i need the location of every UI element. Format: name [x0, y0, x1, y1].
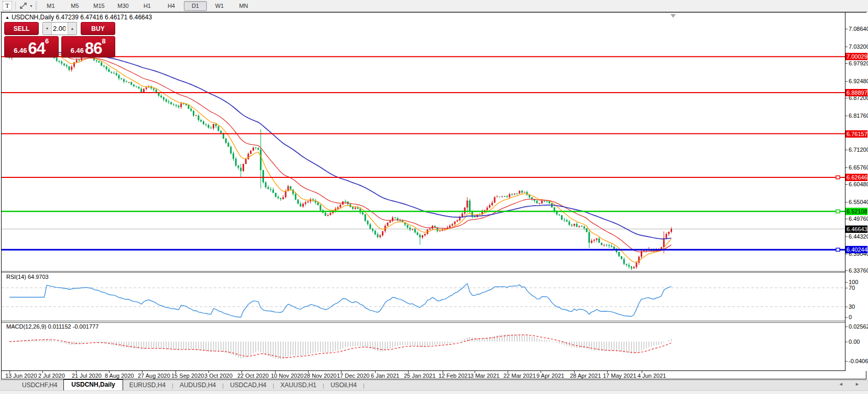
chart-canvas[interactable]: [2, 13, 845, 371]
date-label: 4 Jun 2021: [638, 373, 666, 379]
timeframe-button-m5[interactable]: M5: [63, 1, 86, 11]
status-strip: [0, 390, 868, 394]
date-label: 12 Feb 2021: [438, 373, 471, 379]
date-label: 9 Apr 2021: [536, 373, 564, 379]
candlesticks: [9, 47, 673, 271]
date-label: 15 Sep 2020: [171, 373, 204, 379]
scale-tick: [845, 81, 848, 82]
chart-tab-audusd[interactable]: AUDUSD,H4: [173, 380, 222, 390]
level-price-label: 6.62646: [845, 174, 867, 181]
rsi-scale-tick: [845, 288, 848, 288]
scale-tick-label: 6.55040: [849, 198, 868, 206]
collapse-panel-arrow-icon[interactable]: ▲: [5, 15, 9, 20]
volume-input[interactable]: [52, 22, 68, 35]
top-toolbar: T ▼ M1M5M15M30H1H4D1W1MN: [0, 0, 868, 12]
symbol-quote-header: ▲USDCNH,Daily 6.47239 6.47416 6.46171 6.…: [5, 14, 152, 21]
scale-tick: [845, 150, 848, 150]
date-label: 2 Jul 2020: [38, 373, 65, 379]
toolbar-separator: [15, 2, 16, 10]
chart-tab-usoil[interactable]: USOil,H4: [324, 380, 363, 390]
scale-tick: [845, 254, 848, 254]
macd-scale-tick: [845, 342, 848, 342]
toolbar-grip[interactable]: [35, 2, 37, 10]
scale-tick-label: 6.65760: [849, 164, 868, 171]
current-price-label: 6.46643: [845, 226, 867, 233]
chart-tab-bar: USDCHF,H4USDCNH,DailyEURUSD,H4|AUDUSD,H4…: [0, 380, 868, 390]
rsi-scale-label: 30: [849, 303, 855, 310]
date-label: 6 Jan 2021: [371, 373, 399, 379]
chart-tab-xauusd[interactable]: XAUUSD,H1: [274, 380, 323, 390]
scale-tick: [845, 63, 848, 64]
macd-pane: [9, 334, 672, 359]
text-tool-button[interactable]: T: [3, 1, 12, 10]
line-handle-icon[interactable]: [836, 210, 840, 213]
timeframe-button-w1[interactable]: W1: [208, 1, 231, 11]
scale-tick-label: 6.49760: [849, 215, 868, 222]
ma-fast-line: [9, 50, 672, 262]
sell-price-display[interactable]: 6.46 64 6: [4, 36, 59, 58]
timeframe-button-h4[interactable]: H4: [160, 1, 183, 11]
date-label: 25 Jan 2021: [404, 373, 436, 379]
price-scale[interactable]: 7.086407.032006.979206.924806.872006.817…: [845, 13, 867, 371]
date-label: 28 Apr 2021: [570, 373, 601, 379]
quote-text: USDCNH,Daily 6.47239 6.47416 6.46171 6.4…: [12, 14, 152, 21]
date-label: 28 Nov 2020: [304, 373, 336, 379]
macd-label: MACD(12,26,9) 0.011152 -0.001777: [6, 323, 98, 330]
macd-scale-tick: [845, 361, 848, 362]
date-label: 21 Jul 2020: [72, 373, 102, 379]
tab-separator: |: [363, 382, 365, 389]
rsi-pane: [2, 284, 845, 317]
scale-tick: [845, 184, 848, 185]
scale-tick-label: 7.03200: [849, 43, 868, 50]
buy-price-sup: 8: [102, 37, 106, 45]
scale-tick: [845, 29, 848, 29]
line-handle-icon[interactable]: [836, 248, 840, 251]
timeframe-button-m30[interactable]: M30: [112, 1, 135, 11]
buy-button[interactable]: BUY: [81, 22, 115, 35]
chart-shift-marker-icon[interactable]: [671, 14, 676, 18]
date-label: 3 Oct 2020: [204, 373, 233, 379]
mt4-terminal: T ▼ M1M5M15M30H1H4D1W1MN 7.086407.032006…: [0, 0, 868, 394]
macd-scale-label: 0.00: [849, 338, 860, 345]
sell-button[interactable]: SELL: [4, 22, 39, 35]
scale-tick-label: 6.92480: [849, 77, 868, 85]
date-label: 13 Jun 2020: [5, 373, 37, 379]
ma-mid-line: [9, 52, 672, 252]
rsi-scale-tick: [845, 317, 848, 318]
volume-increase-button[interactable]: ▲: [68, 22, 76, 35]
buy-price-display[interactable]: 6.46 86 8: [61, 36, 116, 58]
timeframe-button-h1[interactable]: H1: [136, 1, 159, 11]
macd-scale-label: -0.040687: [849, 357, 868, 365]
volume-decrease-button[interactable]: ▼: [43, 22, 52, 35]
timeframe-button-mn[interactable]: MN: [232, 1, 255, 11]
rsi-scale-tick: [845, 307, 848, 307]
chart-tab-eurusd[interactable]: EURUSD,H4: [123, 380, 172, 390]
date-label: 17 May 2021: [603, 373, 636, 379]
chart-tab-usdcad[interactable]: USDCAD,H4: [224, 380, 272, 390]
line-handle-icon[interactable]: [836, 176, 840, 179]
date-axis[interactable]: 13 Jun 20202 Jul 202021 Jul 20208 Aug 20…: [2, 371, 845, 379]
timeframe-button-m1[interactable]: M1: [39, 1, 62, 11]
sell-price-big: 64: [28, 41, 45, 56]
dropdown-caret-icon[interactable]: ▼: [29, 4, 33, 8]
chart-tab-usdchf[interactable]: USDCHF,H4: [16, 380, 63, 390]
sell-price-small: 6.46: [14, 46, 27, 56]
timeframe-button-m15[interactable]: M15: [87, 1, 111, 11]
cycle-charts-icon[interactable]: [19, 2, 28, 10]
chart-tab-usdcnh[interactable]: USDCNH,Daily: [63, 379, 123, 390]
scale-tick-label: 6.81760: [849, 112, 868, 119]
scale-tick: [845, 116, 848, 116]
scale-tick: [845, 98, 848, 98]
level-price-label: 6.40244: [845, 246, 867, 253]
scale-tick-label: 6.97920: [849, 60, 868, 67]
level-price-label: 6.52108: [845, 208, 867, 215]
date-label: 3 Mar 2021: [470, 373, 500, 379]
scale-tick: [845, 202, 848, 202]
rsi-label: RSI(14) 64.9703: [6, 274, 49, 280]
tab-scroll-left-button[interactable]: ◄: [839, 381, 849, 387]
buy-price-big: 86: [85, 41, 102, 56]
tab-scroll-right-button[interactable]: ►: [855, 381, 865, 387]
scale-tick: [845, 219, 848, 219]
timeframe-button-d1[interactable]: D1: [184, 1, 207, 11]
scale-tick-label: 6.60480: [849, 181, 868, 188]
